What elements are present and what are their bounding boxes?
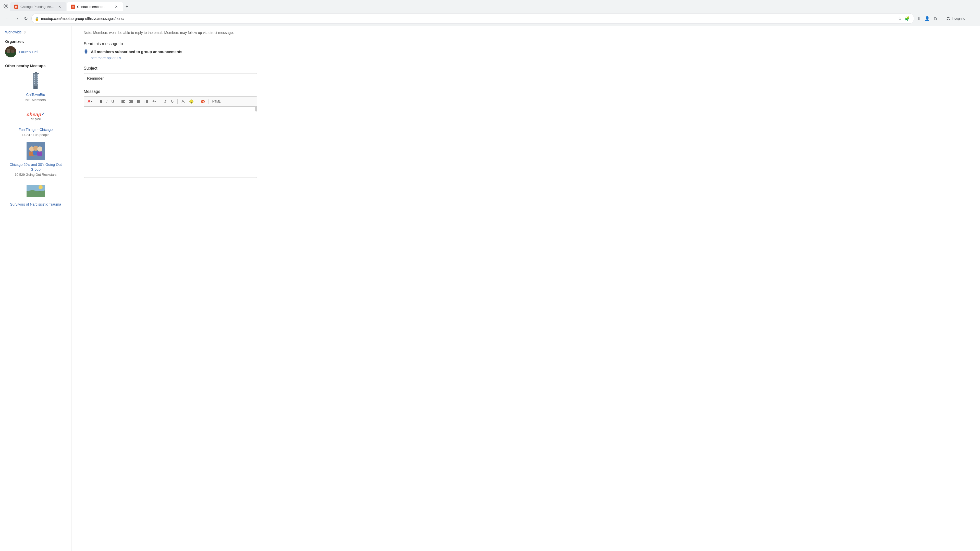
chrome-menu-button[interactable]: ⋮ <box>969 14 977 23</box>
toolbar-sep-3 <box>160 99 160 104</box>
tab-contact-members[interactable]: m Contact members - Chicago Pa... ✕ <box>67 2 123 11</box>
svg-point-1 <box>5 5 6 6</box>
address-bar-actions: ☆ 🧩 <box>897 15 911 22</box>
radio-label: All members subscribed to group announce… <box>91 49 182 54</box>
page-content: Worldwide 3 Organizer: <box>0 26 980 551</box>
message-toolbar: A ▾ B I U 1.2.3 <box>84 97 257 106</box>
group-photo-image <box>27 142 45 160</box>
tab-chicago-painting[interactable]: m Chicago Painting Meetup Grou... ✕ <box>10 2 66 11</box>
svg-rect-19 <box>34 86 37 89</box>
svg-point-54 <box>190 101 191 102</box>
ordered-list-button[interactable]: 1.2.3. <box>143 99 150 104</box>
avatar-image <box>5 46 16 57</box>
svg-rect-5 <box>5 52 16 57</box>
going-out-thumbnail <box>27 142 45 160</box>
toolbar-sep-4 <box>177 99 178 104</box>
svg-point-53 <box>189 100 193 103</box>
smiley-button[interactable] <box>188 98 195 105</box>
svg-rect-17 <box>34 83 35 84</box>
fun-things-members: 14,247 Fun people <box>22 133 49 137</box>
downloads-button[interactable]: ⬇ <box>916 15 921 22</box>
new-tab-button[interactable]: + <box>124 3 130 11</box>
message-area-wrapper <box>84 106 257 178</box>
svg-rect-15 <box>34 81 35 82</box>
lock-icon: 🔒 <box>35 17 39 21</box>
profile-icon-button[interactable]: 👤 <box>924 15 931 22</box>
tab2-close-button[interactable]: ✕ <box>114 4 119 9</box>
svg-point-31 <box>38 185 43 189</box>
nearby-meetups-section: Other nearby Meetups <box>5 64 66 208</box>
message-editor[interactable] <box>84 106 257 178</box>
undo-button[interactable]: ↺ <box>162 99 168 104</box>
svg-point-38 <box>137 100 138 101</box>
svg-point-3 <box>948 19 950 20</box>
svg-text:m: m <box>202 100 204 103</box>
going-out-name[interactable]: Chicago 20's and 30's Going Out Group <box>5 162 66 171</box>
meetup-item-chitownbio: ChiTownBio 581 Members <box>5 72 66 102</box>
incognito-badge: Incognito <box>944 15 967 22</box>
svg-rect-13 <box>34 79 35 80</box>
chitownbio-thumbnail <box>27 72 45 90</box>
italic-button[interactable]: I <box>105 99 109 104</box>
see-more-options-link[interactable]: see more options » <box>91 56 289 60</box>
organizer-name-link[interactable]: Lauren Deli <box>19 50 38 54</box>
fun-things-name[interactable]: Fun Things - Chicago <box>19 127 53 132</box>
address-input[interactable] <box>41 17 895 21</box>
tab-bar: m Chicago Painting Meetup Grou... ✕ m Co… <box>0 0 980 11</box>
svg-rect-21 <box>35 72 37 73</box>
survivors-thumbnail <box>27 182 45 200</box>
sidebar: Worldwide 3 Organizer: <box>0 26 72 551</box>
svg-rect-14 <box>37 79 38 80</box>
svg-rect-11 <box>34 76 35 78</box>
toolbar-sep-6 <box>208 99 209 104</box>
tab2-title: Contact members - Chicago Pa... <box>77 5 112 9</box>
align-right-button[interactable] <box>127 99 134 104</box>
reload-button[interactable]: ↻ <box>22 15 29 22</box>
tab1-title: Chicago Painting Meetup Grou... <box>21 5 55 9</box>
redo-button[interactable]: ↻ <box>169 99 175 104</box>
incognito-label: Incognito <box>952 17 965 21</box>
svg-point-52 <box>183 100 184 102</box>
align-left-button[interactable] <box>120 99 127 104</box>
forward-button[interactable]: → <box>13 15 21 22</box>
avatar <box>5 46 16 57</box>
send-to-section: Send this message to All members subscri… <box>84 41 289 60</box>
font-label: A <box>88 99 91 104</box>
tab2-favicon: m <box>71 5 75 9</box>
person-icon-button[interactable] <box>180 98 187 105</box>
font-dropdown[interactable]: A ▾ <box>86 98 94 105</box>
svg-rect-18 <box>37 83 38 84</box>
scrollbar-indicator <box>255 106 257 111</box>
subject-label: Subject <box>84 66 289 71</box>
meetup-logo-button[interactable]: m <box>199 98 207 105</box>
html-button[interactable]: HTML <box>211 99 222 104</box>
message-section: Message A ▾ B I U <box>84 89 289 178</box>
toolbar-sep-1 <box>96 99 96 104</box>
profile-button[interactable] <box>2 3 10 11</box>
worldwide-link[interactable]: Worldwide 3 <box>5 30 66 34</box>
address-bar[interactable]: 🔒 ☆ 🧩 <box>32 13 914 24</box>
meetup-item-fun-things: cheap✓ but good Fun Things - Chicago 14,… <box>5 107 66 137</box>
nearby-title: Other nearby Meetups <box>5 64 66 68</box>
bold-button[interactable]: B <box>98 99 104 104</box>
svg-point-40 <box>137 101 138 102</box>
extensions-button[interactable]: 🧩 <box>904 15 911 22</box>
chitownbio-name[interactable]: ChiTownBio <box>26 92 45 97</box>
toolbar-sep-2 <box>118 99 118 104</box>
survivors-name[interactable]: Survivors of Narcissistic Trauma <box>10 202 61 206</box>
svg-rect-6 <box>7 49 10 53</box>
radio-option: All members subscribed to group announce… <box>84 49 289 54</box>
window-button[interactable]: ⧉ <box>933 15 938 22</box>
svg-rect-12 <box>37 76 38 78</box>
browser-chrome: m Chicago Painting Meetup Grou... ✕ m Co… <box>0 0 980 26</box>
tab1-close-button[interactable]: ✕ <box>57 4 62 9</box>
main-content: Note: Members won't be able to reply to … <box>72 26 301 551</box>
meetup-item-survivors: Survivors of Narcissistic Trauma <box>5 182 66 208</box>
subject-input[interactable] <box>84 73 257 83</box>
bookmark-button[interactable]: ☆ <box>897 15 903 22</box>
underline-button[interactable]: U <box>110 99 116 104</box>
unordered-list-button[interactable] <box>135 99 142 104</box>
image-button[interactable] <box>151 99 158 104</box>
back-button[interactable]: ← <box>3 15 11 22</box>
all-members-radio[interactable] <box>84 49 88 54</box>
